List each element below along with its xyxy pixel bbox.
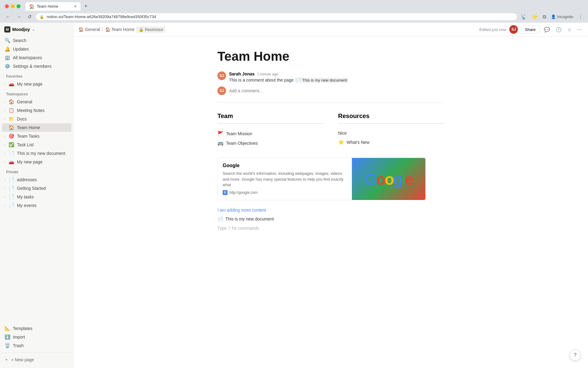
type-hint: Type '/' for commands: [217, 226, 444, 231]
sidebar-item-new-document[interactable]: › 📄 This is my new document: [2, 149, 71, 158]
comments-icon[interactable]: 💬: [543, 25, 551, 34]
split-view-icon[interactable]: ⧉: [541, 13, 547, 21]
resources-whats-new-item[interactable]: ⭐ What's New: [338, 137, 444, 147]
restricted-badge[interactable]: 🔒 Restricted: [136, 26, 165, 33]
sidebar-item-getting-started[interactable]: › 📄 Getting Started: [2, 184, 71, 193]
getting-started-icon: 📄: [8, 186, 14, 191]
forward-button[interactable]: →: [15, 13, 23, 20]
new-page-button[interactable]: ＋ + New page: [2, 355, 71, 364]
updates-icon: 🔔: [4, 46, 10, 52]
help-button[interactable]: ?: [570, 350, 581, 361]
team-tasks-icon: 🎯: [8, 133, 14, 139]
bookmark-icon[interactable]: ⭐: [530, 13, 539, 21]
sidebar-item-settings[interactable]: ⚙️ Settings & members: [2, 62, 71, 71]
resources-nice-item[interactable]: Nice: [338, 129, 444, 137]
trash-icon: 🗑️: [4, 343, 10, 348]
doc-mention[interactable]: 📄 This is my new document: [295, 78, 349, 83]
embed-image: Google: [352, 158, 425, 200]
bus-icon: 🚌: [217, 140, 224, 146]
private-label: Private: [2, 166, 71, 175]
sidebar-nav: 🔍 Search 🔔 Updates 🏢 All teamspaces ⚙️ S…: [0, 36, 73, 210]
page-topbar: 🏠 General / 🏠 Team Home 🔒 Restricted Edi…: [74, 23, 588, 36]
team-objectives-item[interactable]: 🚌 Team Objectives: [217, 138, 323, 148]
url-text: notion.so/Team-Home-a626e39209a748798e9c…: [47, 14, 156, 19]
tab-close-button[interactable]: ✕: [74, 4, 77, 9]
expand-icon: ›: [4, 100, 5, 104]
workspace-icon: M: [4, 26, 10, 33]
reload-button[interactable]: ↺: [26, 13, 33, 20]
sidebar-item-general[interactable]: › 🏠 General: [2, 98, 71, 106]
breadcrumb-separator: /: [102, 27, 103, 32]
maximize-button[interactable]: [17, 4, 21, 8]
profile-icon[interactable]: 👤Incognito: [550, 13, 575, 20]
google-logo: Google: [365, 170, 412, 188]
expand-icon: ›: [4, 126, 5, 129]
breadcrumb: 🏠 General / 🏠 Team Home 🔒 Restricted: [78, 26, 165, 33]
sidebar-item-my-new-page[interactable]: › 🚗 My new page: [2, 158, 71, 166]
cast-icon[interactable]: 📡: [519, 13, 528, 21]
sidebar-item-docs[interactable]: › 📁 Docs: [2, 115, 71, 123]
expand-icon: ›: [4, 204, 5, 207]
search-icon: 🔍: [4, 38, 10, 43]
more-options-icon[interactable]: ⋮: [577, 13, 584, 21]
expand-icon: ›: [4, 82, 5, 86]
close-button[interactable]: [5, 4, 9, 8]
restricted-icon: 🔒: [139, 27, 144, 32]
navigation-bar: ← → ↺ 🔒 notion.so/Team-Home-a626e39209a7…: [0, 11, 588, 23]
breadcrumb-team-home[interactable]: 🏠 Team Home: [105, 27, 134, 32]
sidebar-item-trash[interactable]: 🗑️ Trash: [2, 341, 71, 350]
sidebar-item-meeting-notes[interactable]: › 📋 Meeting Notes: [2, 106, 71, 115]
browser-tab-active[interactable]: 🏠 Team Home ✕: [25, 2, 81, 11]
comment-body: Sarah Jonas 1 minute ago This is a comme…: [229, 71, 444, 83]
google-e: e: [405, 170, 413, 188]
sidebar-item-my-tasks[interactable]: › 📄 My tasks: [2, 193, 71, 201]
doc-ref[interactable]: 📄 This is my new document: [217, 216, 444, 222]
sidebar-item-my-events[interactable]: › 📄 My events: [2, 201, 71, 210]
more-icon[interactable]: ⋯: [576, 25, 583, 34]
new-tab-button[interactable]: +: [82, 2, 90, 11]
sidebar-item-all-teamspaces[interactable]: 🏢 All teamspaces: [2, 53, 71, 62]
workspace-name[interactable]: M Moodjoy ⌄: [4, 26, 35, 33]
sidebar-item-task-list[interactable]: › ✅ Task List: [2, 140, 71, 149]
content-link[interactable]: I am adding more content: [217, 208, 444, 213]
history-icon[interactable]: 🕐: [554, 25, 563, 34]
comment-section: SJ Sarah Jonas 1 minute ago This is a co…: [217, 71, 444, 103]
minimize-button[interactable]: [11, 4, 15, 8]
task-list-icon: ✅: [8, 142, 14, 148]
user-avatar: SJ: [509, 25, 518, 34]
docs-icon: 📁: [8, 116, 14, 122]
sidebar-bottom: 📐 Templates ⬇️ Import 🗑️ Trash ＋ + New p…: [0, 322, 73, 368]
sidebar-item-import[interactable]: ⬇️ Import: [2, 333, 71, 341]
add-comment-input[interactable]: [229, 88, 444, 93]
breadcrumb-general[interactable]: 🏠 General: [78, 27, 100, 32]
tab-favicon: 🏠: [29, 4, 34, 9]
comment-time: 1 minute ago: [257, 72, 278, 76]
sidebar: M Moodjoy ⌄ 🔍 Search 🔔 Updates 🏢 All tea…: [0, 23, 74, 368]
share-button[interactable]: Share: [521, 25, 540, 34]
sidebar-item-templates[interactable]: 📐 Templates: [2, 324, 71, 333]
embed-url-row: G http://google.com: [223, 190, 347, 195]
sidebar-item-addresses[interactable]: › 📄 addresses: [2, 175, 71, 184]
address-bar[interactable]: 🔒 notion.so/Team-Home-a626e39209a748798e…: [36, 13, 517, 20]
teamspaces-label: Teamspaces: [2, 88, 71, 98]
sidebar-item-updates[interactable]: 🔔 Updates: [2, 45, 71, 53]
google-l: l: [401, 170, 405, 188]
templates-icon: 📐: [4, 326, 10, 331]
workspace-dropdown-icon: ⌄: [32, 27, 35, 32]
resources-column-title: Resources: [338, 113, 444, 120]
flag-icon: 🚩: [217, 131, 224, 136]
sidebar-item-team-tasks[interactable]: › 🎯 Team Tasks: [2, 132, 71, 140]
app-container: M Moodjoy ⌄ 🔍 Search 🔔 Updates 🏢 All tea…: [0, 23, 588, 368]
sidebar-item-my-new-page-fav[interactable]: › 🚗 My new page: [2, 80, 71, 88]
favorite-icon[interactable]: ☆: [566, 25, 573, 34]
meeting-icon: 📋: [8, 108, 14, 113]
sidebar-item-team-home[interactable]: › 🏠 Team Home: [2, 123, 71, 132]
expand-icon: ›: [4, 117, 5, 121]
embed-title: Google: [223, 163, 347, 168]
add-comment-row: SJ: [217, 86, 444, 95]
sidebar-item-search[interactable]: 🔍 Search: [2, 36, 71, 45]
general-home-icon: 🏠: [78, 27, 84, 32]
team-mission-item[interactable]: 🚩 Team Mission: [217, 129, 323, 138]
link-embed[interactable]: Google Search the world's information, i…: [217, 158, 426, 200]
back-button[interactable]: ←: [4, 13, 12, 20]
